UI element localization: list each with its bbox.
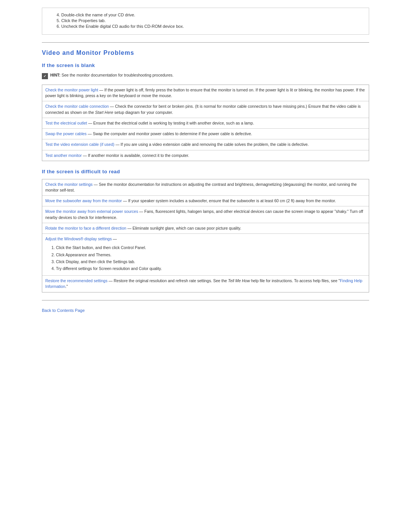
top-section: Double-click the name of your CD drive. … (42, 8, 369, 35)
step-item: Try different settings for Screen resolu… (56, 266, 366, 272)
row-body: — If you are using a video extension cab… (115, 142, 309, 147)
section-divider (42, 42, 369, 43)
check-cable-connection-link[interactable]: Check the monitor cable connection (45, 104, 109, 109)
restore-settings-link[interactable]: Restore the recommended settings (45, 278, 107, 283)
move-monitor-power-link[interactable]: Move the monitor away from external powe… (45, 209, 138, 214)
rotate-monitor-link[interactable]: Rotate the monitor to face a different d… (45, 226, 126, 230)
subsection-title-difficult: If the screen is difficult to read (42, 169, 369, 174)
problem-row: Check the monitor settings — See the mon… (42, 179, 369, 196)
move-subwoofer-link[interactable]: Move the subwoofer away from the monitor (45, 198, 122, 203)
row-body: — (113, 236, 117, 241)
problem-row: Test the electrical outlet — Ensure that… (42, 118, 369, 129)
test-another-monitor-link[interactable]: Test another monitor (45, 153, 82, 158)
row-body: — Swap the computer and monitor power ca… (88, 131, 252, 136)
problem-row: Restore the recommended settings — Resto… (42, 276, 369, 292)
problem-table-difficult: Check the monitor settings — See the mon… (42, 179, 369, 292)
adjust-windows-display-link[interactable]: Adjust the Windows® display settings (45, 236, 112, 241)
test-electrical-outlet-link[interactable]: Test the electrical outlet (45, 121, 87, 125)
list-item: Click the Properties tab. (61, 18, 361, 23)
hint-text: HINT: See the monitor documentation for … (50, 73, 174, 77)
hint-label: HINT: (50, 73, 61, 77)
problem-row: Rotate the monitor to face a different d… (42, 223, 369, 234)
step-item: Click Appearance and Themes. (56, 252, 366, 258)
section-title: Video and Monitor Problems (42, 50, 369, 56)
back-to-contents-link[interactable]: Back to Contents Page (42, 308, 85, 313)
row-body: — Eliminate sunlight glare, which can ca… (127, 226, 241, 230)
problem-row: Move the subwoofer away from the monitor… (42, 196, 369, 206)
list-item: Uncheck the Enable digital CD audio for … (61, 24, 361, 29)
swap-power-cables-link[interactable]: Swap the power cables (45, 131, 87, 136)
problem-row: Test another monitor — If another monito… (42, 150, 369, 161)
problem-row: Adjust the Windows® display settings — C… (42, 234, 369, 276)
row-body: — If your speaker system includes a subw… (123, 198, 336, 203)
problem-table-blank: Check the monitor power light — If the p… (42, 85, 369, 161)
step-item: Click Display, and then click the Settin… (56, 259, 366, 265)
problem-row: Test the video extension cable (if used)… (42, 139, 369, 150)
check-monitor-settings-link[interactable]: Check the monitor settings (45, 182, 92, 187)
steps-list: Click the Start button, and then click C… (56, 245, 366, 272)
problem-row: Check the monitor power light — If the p… (42, 85, 369, 101)
list-item: Double-click the name of your CD drive. (61, 13, 361, 17)
steps-section: Click the Start button, and then click C… (45, 245, 366, 272)
hint-box: ✓ HINT: See the monitor documentation fo… (42, 73, 369, 79)
subsection-title-blank: If the screen is blank (42, 62, 369, 68)
test-video-extension-link[interactable]: Test the video extension cable (if used) (45, 142, 115, 147)
row-body: — Ensure that the electrical outlet is w… (88, 121, 254, 125)
step-item: Click the Start button, and then click C… (56, 245, 366, 251)
hint-body: See the monitor documentation for troubl… (62, 73, 174, 77)
row-body: — If another monitor is available, conne… (83, 153, 190, 158)
hint-icon: ✓ (42, 73, 48, 79)
problem-row: Move the monitor away from external powe… (42, 206, 369, 223)
bottom-divider (42, 300, 369, 300)
problem-row: Swap the power cables — Swap the compute… (42, 129, 369, 139)
problem-row: Check the monitor cable connection — Che… (42, 101, 369, 118)
check-monitor-power-light-link[interactable]: Check the monitor power light (45, 88, 98, 92)
